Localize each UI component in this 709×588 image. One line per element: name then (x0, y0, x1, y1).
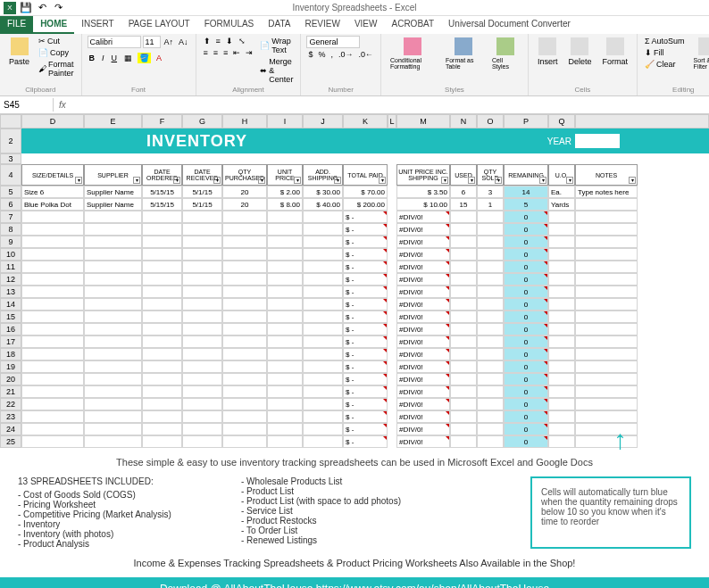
formula-input[interactable] (71, 104, 709, 107)
data-cell[interactable] (84, 286, 142, 298)
data-cell[interactable] (303, 298, 343, 311)
fill-button[interactable]: ⬇ Fill (643, 47, 687, 58)
data-cell[interactable] (548, 286, 575, 298)
data-cell[interactable] (182, 223, 222, 236)
filter-dropdown-icon[interactable]: ▾ (294, 177, 301, 184)
row-header[interactable]: 19 (0, 360, 21, 373)
autosum-button[interactable]: Σ AutoSum (643, 36, 687, 46)
data-cell[interactable] (84, 423, 142, 435)
data-cell[interactable] (548, 335, 575, 348)
data-cell[interactable] (142, 248, 182, 261)
data-cell[interactable]: 0 (504, 248, 548, 261)
data-cell[interactable] (142, 348, 182, 360)
data-cell[interactable] (267, 410, 303, 423)
currency-icon[interactable]: $ (306, 49, 314, 60)
data-cell[interactable] (267, 286, 303, 298)
data-cell[interactable] (267, 335, 303, 348)
data-cell[interactable] (222, 311, 267, 323)
data-cell[interactable] (303, 410, 343, 423)
data-cell[interactable] (267, 323, 303, 335)
data-cell[interactable]: #DIV/0! (396, 373, 450, 385)
data-cell[interactable]: $ - (343, 385, 388, 398)
data-cell[interactable] (142, 298, 182, 311)
data-cell[interactable] (182, 323, 222, 335)
data-cell[interactable]: $ 30.00 (303, 186, 343, 198)
border-button[interactable]: ▦ (122, 53, 134, 63)
data-cell[interactable] (182, 286, 222, 298)
data-cell[interactable] (548, 385, 575, 398)
data-cell[interactable]: $ - (343, 273, 388, 286)
tab-view[interactable]: VIEW (347, 16, 385, 34)
data-cell[interactable]: $ - (343, 286, 388, 298)
fx-button[interactable]: fx (54, 98, 71, 112)
column-header[interactable]: M (396, 114, 450, 128)
data-cell[interactable] (222, 435, 267, 448)
data-cell[interactable] (267, 298, 303, 311)
row-header[interactable]: 24 (0, 423, 21, 435)
data-cell[interactable]: Supplier Name (84, 198, 142, 211)
data-cell[interactable] (548, 261, 575, 273)
data-cell[interactable] (303, 398, 343, 410)
data-cell[interactable]: 15 (450, 198, 477, 211)
delete-cell-button[interactable]: Delete (564, 36, 595, 68)
data-cell[interactable] (575, 286, 638, 298)
insert-cell-button[interactable]: Insert (534, 36, 562, 68)
data-cell[interactable] (548, 298, 575, 311)
data-cell[interactable] (303, 236, 343, 248)
data-cell[interactable] (222, 248, 267, 261)
data-cell[interactable]: $ - (343, 435, 388, 448)
data-cell[interactable]: $ - (343, 373, 388, 385)
data-cell[interactable] (267, 348, 303, 360)
data-cell[interactable] (303, 261, 343, 273)
data-cell[interactable] (182, 348, 222, 360)
data-cell[interactable] (142, 360, 182, 373)
data-cell[interactable] (21, 398, 84, 410)
data-cell[interactable] (142, 423, 182, 435)
align-top-icon[interactable]: ⬆ (202, 36, 213, 46)
table-header-cell[interactable]: QTY SOLD▾ (477, 164, 504, 186)
data-cell[interactable] (84, 298, 142, 311)
data-cell[interactable] (267, 261, 303, 273)
data-cell[interactable] (182, 273, 222, 286)
data-cell[interactable]: $ - (343, 311, 388, 323)
row-header[interactable]: 3 (0, 153, 21, 164)
worksheet-grid[interactable]: DEFGHIJKLMNOPQ 2 INVENTORY YEAR 3 4 SIZE… (0, 114, 709, 448)
filter-dropdown-icon[interactable]: ▾ (173, 177, 180, 184)
data-cell[interactable] (182, 261, 222, 273)
data-cell[interactable] (84, 311, 142, 323)
conditional-formatting-button[interactable]: Conditional Formatting (387, 36, 438, 71)
data-cell[interactable] (548, 248, 575, 261)
column-header[interactable]: O (477, 114, 504, 128)
data-cell[interactable] (388, 410, 396, 423)
data-cell[interactable] (575, 298, 638, 311)
data-cell[interactable] (182, 423, 222, 435)
data-cell[interactable]: 0 (504, 298, 548, 311)
data-cell[interactable] (303, 360, 343, 373)
data-cell[interactable] (477, 298, 504, 311)
data-cell[interactable] (388, 223, 396, 236)
data-cell[interactable] (222, 373, 267, 385)
data-cell[interactable] (303, 223, 343, 236)
data-cell[interactable] (142, 223, 182, 236)
data-cell[interactable] (575, 311, 638, 323)
table-header-cell[interactable]: UNIT PRICE INC. SHIPPING▾ (396, 164, 450, 186)
data-cell[interactable]: 1 (477, 198, 504, 211)
data-cell[interactable] (575, 373, 638, 385)
data-cell[interactable]: $ 70.00 (343, 186, 388, 198)
data-cell[interactable] (477, 211, 504, 223)
data-cell[interactable] (450, 323, 477, 335)
table-header-cell[interactable]: TOTAL PAID▾ (343, 164, 388, 186)
data-cell[interactable] (477, 335, 504, 348)
row-header[interactable]: 15 (0, 311, 21, 323)
data-cell[interactable]: 0 (504, 385, 548, 398)
data-cell[interactable]: Ea. (548, 186, 575, 198)
paste-button[interactable]: Paste (5, 36, 33, 68)
data-cell[interactable] (21, 311, 84, 323)
year-input[interactable] (575, 134, 620, 148)
cut-button[interactable]: ✂ Cut (37, 36, 76, 46)
data-cell[interactable] (84, 348, 142, 360)
data-cell[interactable] (548, 273, 575, 286)
data-cell[interactable]: $ 200.00 (343, 198, 388, 211)
copy-button[interactable]: 📄 Copy (37, 47, 76, 58)
row-header[interactable]: 25 (0, 435, 21, 448)
